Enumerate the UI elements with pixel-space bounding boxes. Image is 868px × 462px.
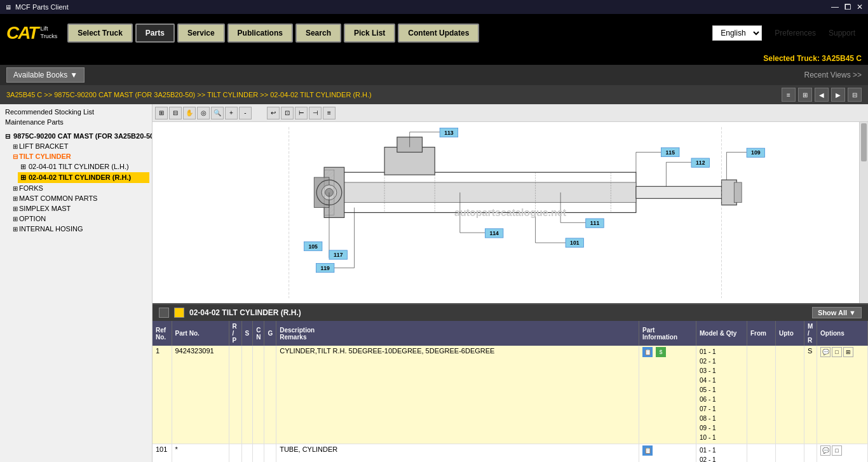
- breadcrumb-arrow-left-icon[interactable]: ◀: [815, 88, 829, 102]
- diag-btn-8[interactable]: ↩: [267, 107, 280, 119]
- col-upto: Upto: [776, 321, 804, 346]
- sidebar-tilt-children: ⊞02-04-01 TILT CYLINDER (L.H.) ⊞02-04-02…: [10, 161, 149, 183]
- sidebar-tilt-cylinder-rh[interactable]: ⊞02-04-02 TILT CYLINDER (R.H.): [18, 172, 149, 183]
- cell-partinfo-1[interactable]: 📋 $: [639, 346, 696, 444]
- sidebar-forks[interactable]: ⊞FORKS: [10, 183, 149, 193]
- table-row: 101 * TUBE, CYLINDER 📋: [153, 444, 868, 463]
- svg-text:112: 112: [696, 160, 705, 166]
- sidebar-root-item[interactable]: ⊟ 9875C-90200 CAT MAST (FOR 3A25B20-50): [3, 131, 149, 141]
- cell-desc-1: CYLINDER,TILT R.H. 5DEGREE-10DEGREE, 5DE…: [276, 346, 639, 444]
- content-area: Recommended Stocking List Maintenance Pa…: [0, 104, 868, 462]
- logo: CAT Lift Trucks: [6, 23, 57, 43]
- col-from: From: [747, 321, 776, 346]
- breadcrumb-arrow-right-icon[interactable]: ▶: [831, 88, 845, 102]
- comment-icon-101[interactable]: 💬: [820, 445, 831, 456]
- comment-icon-1[interactable]: 💬: [820, 347, 831, 357]
- cell-rp-1: [229, 346, 241, 444]
- cell-partinfo-101[interactable]: 📋: [639, 444, 696, 463]
- selected-truck-label: Selected Truck:: [763, 54, 820, 63]
- dollar-icon-1[interactable]: $: [656, 347, 666, 357]
- parts-checkbox-icon[interactable]: [159, 308, 169, 318]
- diag-btn-5[interactable]: 🔍: [211, 107, 224, 119]
- part-info-icon-101[interactable]: 📋: [642, 445, 653, 456]
- breadcrumb-table-icon[interactable]: ⊟: [848, 88, 862, 102]
- square-icon-1[interactable]: □: [832, 347, 842, 357]
- sidebar-tilt-cylinder-lh[interactable]: ⊞02-04-01 TILT CYLINDER (L.H.): [18, 161, 149, 172]
- diag-btn-11[interactable]: ⊣: [309, 107, 322, 119]
- square-icon-101[interactable]: □: [832, 445, 842, 456]
- diag-btn-9[interactable]: ⊡: [281, 107, 294, 119]
- sidebar-mast-common[interactable]: ⊞MAST COMMON PARTS: [10, 193, 149, 203]
- breadcrumb: 3A25B45 C >> 9875C-90200 CAT MAST (FOR 3…: [6, 91, 372, 99]
- parts-table-container[interactable]: RefNo. Part No. R/P S CN G DescriptionRe…: [153, 321, 868, 462]
- show-all-button[interactable]: Show All ▼: [812, 307, 862, 318]
- diagram-scrollbar[interactable]: [859, 122, 868, 303]
- diag-btn-6[interactable]: +: [225, 107, 238, 119]
- logo-subtitle: Lift Trucks: [40, 25, 57, 40]
- diag-btn-7[interactable]: -: [239, 107, 252, 119]
- cell-s-101: [241, 444, 253, 463]
- available-books-button[interactable]: Available Books ▼: [6, 67, 85, 83]
- cell-mr-101: [804, 444, 817, 463]
- sidebar-simplex-mast[interactable]: ⊞SIMPLEX MAST: [10, 203, 149, 214]
- sidebar-internal-hosing[interactable]: ⊞INTERNAL HOSING: [10, 224, 149, 234]
- breadcrumb-list-icon[interactable]: ≡: [782, 88, 796, 102]
- nav-pick-list[interactable]: Pick List: [344, 24, 395, 43]
- diag-btn-10[interactable]: ⊢: [295, 107, 308, 119]
- svg-text:111: 111: [590, 220, 600, 226]
- nav-publications[interactable]: Publications: [227, 24, 293, 43]
- cell-s-1: [241, 346, 253, 444]
- diag-btn-12[interactable]: ≡: [323, 107, 336, 119]
- breadcrumb-grid-icon[interactable]: ⊞: [798, 88, 812, 102]
- col-options: Options: [817, 321, 868, 346]
- sidebar-recommended-stocking[interactable]: Recommended Stocking List: [3, 107, 149, 117]
- part-info-icon-1[interactable]: 📋: [642, 347, 653, 357]
- sidebar-option[interactable]: ⊞OPTION: [10, 214, 149, 224]
- diag-btn-3[interactable]: ✋: [183, 107, 196, 119]
- cell-options-101: 💬 □: [817, 444, 868, 463]
- cell-ref-1: 1: [153, 346, 172, 444]
- preferences-link[interactable]: Preferences: [775, 29, 816, 37]
- navigation: Select Truck Parts Service Publications …: [67, 24, 702, 43]
- maximize-button[interactable]: ⧠: [844, 3, 851, 11]
- svg-text:101: 101: [570, 240, 580, 246]
- close-button[interactable]: ✕: [857, 3, 863, 11]
- svg-text:113: 113: [444, 130, 454, 136]
- grid-icon-1[interactable]: ⊞: [843, 347, 853, 357]
- nav-select-truck[interactable]: Select Truck: [67, 24, 133, 43]
- breadcrumb-icons: ≡ ⊞ ◀ ▶ ⊟: [782, 88, 862, 102]
- cell-ref-101: 101: [153, 444, 172, 463]
- cell-g-101: [264, 444, 276, 463]
- support-link[interactable]: Support: [829, 29, 855, 37]
- cell-cn-101: [253, 444, 264, 463]
- sidebar-group: ⊞LIFT BRACKET ⊟TILT CYLINDER ⊞02-04-01 T…: [3, 141, 149, 234]
- cell-cn-1: [253, 346, 264, 444]
- cell-from-101: [747, 444, 776, 463]
- sidebar-tilt-cylinder[interactable]: ⊟TILT CYLINDER: [10, 151, 149, 161]
- col-mr: M/R: [804, 321, 817, 346]
- selected-truck-bar: Selected Truck: 3A25B45 C: [0, 52, 868, 65]
- top-right-controls: English Preferences Support: [712, 25, 862, 41]
- table-row: 1 9424323091 CYLINDER,TILT R.H. 5DEGREE-…: [153, 346, 868, 444]
- nav-service[interactable]: Service: [177, 24, 225, 43]
- diag-btn-1[interactable]: ⊞: [155, 107, 168, 119]
- sidebar: Recommended Stocking List Maintenance Pa…: [0, 104, 153, 462]
- cell-partno-101[interactable]: *: [172, 444, 229, 463]
- col-part-no: Part No.: [172, 321, 229, 346]
- nav-content-updates[interactable]: Content Updates: [398, 24, 479, 43]
- diag-btn-2[interactable]: ⊟: [169, 107, 182, 119]
- nav-parts[interactable]: Parts: [135, 24, 175, 43]
- parts-yellow-icon[interactable]: [174, 308, 184, 318]
- cell-partno-1[interactable]: 9424323091: [172, 346, 229, 444]
- sidebar-lift-bracket[interactable]: ⊞LIFT BRACKET: [10, 141, 149, 151]
- title-bar: 🖥 MCF Parts Client — ⧠ ✕: [0, 0, 868, 14]
- minimize-button[interactable]: —: [831, 3, 839, 11]
- diag-btn-4[interactable]: ◎: [197, 107, 210, 119]
- svg-text:115: 115: [666, 149, 675, 156]
- recent-views-button[interactable]: Recent Views >>: [804, 71, 862, 79]
- language-selector[interactable]: English: [712, 25, 762, 41]
- cell-modelqty-1: 01 - 102 - 103 - 104 - 105 - 106 - 107 -…: [696, 346, 747, 444]
- nav-search[interactable]: Search: [295, 24, 341, 43]
- cell-upto-1: [776, 346, 804, 444]
- sidebar-maintenance-parts[interactable]: Maintenance Parts: [3, 117, 149, 127]
